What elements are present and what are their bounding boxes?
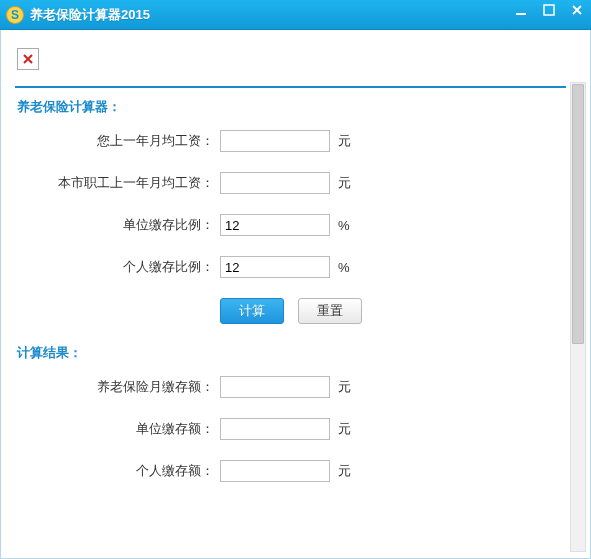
app-icon: S [6,6,24,24]
label-employer-rate: 单位缴存比例： [15,216,220,234]
client-area: 养老保险计算器： 您上一年月均工资： 元 本市职工上一年月均工资： 元 单位缴存… [0,30,591,559]
vertical-scrollbar[interactable] [570,82,586,552]
row-own-avg-salary: 您上一年月均工资： 元 [15,130,566,152]
input-city-avg-salary[interactable] [220,172,330,194]
unit-employer-amt: 元 [330,420,356,438]
titlebar: S 养老保险计算器2015 [0,0,591,30]
divider [15,86,566,88]
label-personal-rate: 个人缴存比例： [15,258,220,276]
row-employer-amt: 单位缴存额： 元 [15,418,566,440]
label-monthly-total: 养老保险月缴存额： [15,378,220,396]
label-own-avg-salary: 您上一年月均工资： [15,132,220,150]
form-section-title: 养老保险计算器： [17,98,566,116]
row-personal-amt: 个人缴存额： 元 [15,460,566,482]
unit-personal-amt: 元 [330,462,356,480]
row-monthly-total: 养老保险月缴存额： 元 [15,376,566,398]
maximize-button[interactable] [535,0,563,20]
results-section-title: 计算结果： [17,344,566,362]
minimize-button[interactable] [507,0,535,20]
unit-monthly-total: 元 [330,378,356,396]
row-personal-rate: 个人缴存比例： % [15,256,566,278]
button-row: 计算 重置 [15,298,566,324]
window-title: 养老保险计算器2015 [30,6,150,24]
unit-own-avg-salary: 元 [330,132,356,150]
unit-city-avg-salary: 元 [330,174,356,192]
unit-personal-rate: % [330,260,356,275]
unit-employer-rate: % [330,218,356,233]
scrollbar-thumb[interactable] [572,84,584,344]
close-button[interactable] [563,0,591,20]
svg-rect-1 [544,5,554,15]
label-city-avg-salary: 本市职工上一年月均工资： [15,174,220,192]
input-own-avg-salary[interactable] [220,130,330,152]
label-employer-amt: 单位缴存额： [15,420,220,438]
output-monthly-total[interactable] [220,376,330,398]
output-employer-amt[interactable] [220,418,330,440]
window-controls [507,0,591,29]
output-personal-amt[interactable] [220,460,330,482]
calc-button[interactable]: 计算 [220,298,284,324]
reset-button[interactable]: 重置 [298,298,362,324]
close-image-button[interactable] [17,48,39,70]
content: 养老保险计算器： 您上一年月均工资： 元 本市职工上一年月均工资： 元 单位缴存… [15,40,566,558]
row-employer-rate: 单位缴存比例： % [15,214,566,236]
svg-rect-0 [516,13,526,15]
input-employer-rate[interactable] [220,214,330,236]
row-city-avg-salary: 本市职工上一年月均工资： 元 [15,172,566,194]
label-personal-amt: 个人缴存额： [15,462,220,480]
input-personal-rate[interactable] [220,256,330,278]
